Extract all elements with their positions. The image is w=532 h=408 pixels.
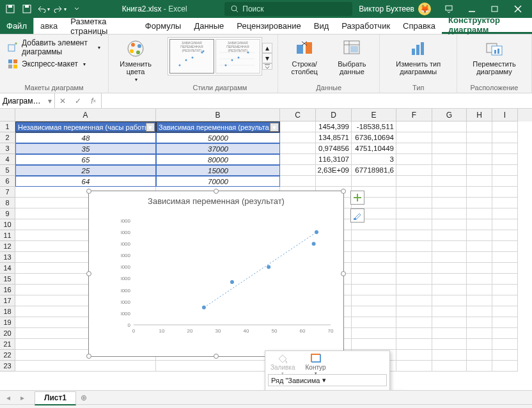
cell-C1[interactable]: [280, 122, 316, 132]
name-box-input[interactable]: [3, 97, 41, 106]
tab-help[interactable]: Справка: [396, 18, 442, 34]
cell-H13[interactable]: [467, 252, 492, 263]
chart-plot-area[interactable]: 0100002000030000400005000060000700008000…: [121, 214, 337, 338]
col-header-F[interactable]: F: [396, 109, 432, 122]
formula-bar[interactable]: [102, 93, 532, 108]
tab-partial[interactable]: авка: [33, 18, 64, 34]
cell-G10[interactable]: [432, 219, 467, 230]
insert-function[interactable]: fx: [86, 93, 101, 108]
cell-G1[interactable]: [432, 122, 467, 132]
cell-F14[interactable]: [396, 263, 432, 274]
cell-H1[interactable]: [467, 122, 492, 132]
cell-F22[interactable]: [396, 350, 432, 361]
cell-H7[interactable]: [467, 187, 492, 198]
cell-I8[interactable]: [492, 198, 518, 208]
cell-F1[interactable]: [396, 122, 432, 132]
cell-B5[interactable]: 15000: [156, 165, 280, 176]
col-header-D[interactable]: D: [316, 109, 352, 122]
cell-G4[interactable]: [432, 154, 467, 165]
cell-G8[interactable]: [432, 198, 467, 208]
cell-D5[interactable]: 2,63E+09: [316, 165, 352, 176]
cell-H14[interactable]: [467, 263, 492, 274]
cell-G12[interactable]: [432, 241, 467, 252]
cell-E19[interactable]: [352, 317, 396, 328]
cell-I16[interactable]: [492, 285, 518, 295]
tab-page-layout[interactable]: Разметка страницы: [64, 18, 138, 34]
cell-E12[interactable]: [352, 241, 396, 252]
cell-H4[interactable]: [467, 154, 492, 165]
formula-cancel[interactable]: ✕: [55, 93, 70, 108]
add-chart-element-button[interactable]: Добавить элемент диаграммы: [5, 37, 103, 58]
cell-I21[interactable]: [492, 339, 518, 350]
cell-G6[interactable]: [432, 176, 467, 187]
cell-H15[interactable]: [467, 274, 492, 285]
cell-F5[interactable]: [396, 165, 432, 176]
user-account[interactable]: Виктор Бухтеев 🦊: [359, 3, 431, 15]
cell-D3[interactable]: 0,974856: [316, 143, 352, 154]
cell-G11[interactable]: [432, 230, 467, 241]
col-header-E[interactable]: E: [352, 109, 396, 122]
cell-H20[interactable]: [467, 328, 492, 339]
col-header-C[interactable]: C: [280, 109, 316, 122]
cell-G22[interactable]: [432, 350, 467, 361]
col-header-G[interactable]: G: [432, 109, 467, 122]
cell-F9[interactable]: [396, 208, 432, 219]
quick-layout-button[interactable]: Экспресс-макет: [5, 58, 103, 70]
cell-G20[interactable]: [432, 328, 467, 339]
cell-A3[interactable]: 35: [15, 143, 156, 154]
cell-I1[interactable]: [492, 122, 518, 132]
cell-I17[interactable]: [492, 295, 518, 306]
row-header-23[interactable]: 23: [0, 361, 15, 372]
cell-G23[interactable]: [432, 361, 467, 372]
cell-G21[interactable]: [432, 339, 467, 350]
cell-G3[interactable]: [432, 143, 467, 154]
cell-I23[interactable]: [492, 361, 518, 372]
search-box[interactable]: Поиск: [224, 2, 352, 16]
cell-E20[interactable]: [352, 328, 396, 339]
cell-G15[interactable]: [432, 274, 467, 285]
tab-view[interactable]: Вид: [308, 18, 336, 34]
cell-I19[interactable]: [492, 317, 518, 328]
view-page-break[interactable]: [417, 406, 430, 409]
tab-formulas[interactable]: Формулы: [139, 18, 188, 34]
tab-review[interactable]: Рецензирование: [230, 18, 307, 34]
view-normal[interactable]: [389, 406, 402, 409]
cell-D6[interactable]: [316, 176, 352, 187]
cell-E18[interactable]: [352, 306, 396, 317]
row-header-14[interactable]: 14: [0, 263, 15, 274]
cell-A6[interactable]: 64: [15, 176, 156, 187]
chart-style-1[interactable]: ЗАВИСИМАЯ ПЕРЕМЕННАЯ (РЕЗУЛЬТАТ): [169, 39, 214, 74]
cell-B23[interactable]: [156, 361, 280, 372]
move-chart-button[interactable]: Переместить диаграмму: [462, 37, 526, 77]
cell-I5[interactable]: [492, 165, 518, 176]
cell-F19[interactable]: [396, 317, 432, 328]
cell-I22[interactable]: [492, 350, 518, 361]
sheet-tab-1[interactable]: Лист1: [35, 391, 76, 405]
change-colors-button[interactable]: Изменить цвета: [114, 37, 157, 84]
cell-E15[interactable]: [352, 274, 396, 285]
cell-C4[interactable]: [280, 154, 316, 165]
row-header-7[interactable]: 7: [0, 187, 15, 198]
cell-B3[interactable]: 37000: [156, 143, 280, 154]
cell-I18[interactable]: [492, 306, 518, 317]
cell-F15[interactable]: [396, 274, 432, 285]
cell-C3[interactable]: [280, 143, 316, 154]
cell-A1[interactable]: Независимая переменная (часы работы▾: [15, 122, 156, 132]
cell-E21[interactable]: [352, 339, 396, 350]
style-scroll-down[interactable]: ▾: [262, 53, 272, 63]
cell-H17[interactable]: [467, 295, 492, 306]
row-header-4[interactable]: 4: [0, 154, 15, 165]
cell-H10[interactable]: [467, 219, 492, 230]
row-header-2[interactable]: 2: [0, 132, 15, 143]
cell-I7[interactable]: [492, 187, 518, 198]
cell-D1[interactable]: 1454,399: [316, 122, 352, 132]
cell-E5[interactable]: 67718981,6: [352, 165, 396, 176]
cell-I12[interactable]: [492, 241, 518, 252]
row-header-1[interactable]: 1: [0, 122, 15, 132]
cell-E17[interactable]: [352, 295, 396, 306]
cell-F13[interactable]: [396, 252, 432, 263]
cell-H3[interactable]: [467, 143, 492, 154]
col-header-A[interactable]: A: [15, 109, 156, 122]
row-header-20[interactable]: 20: [0, 328, 15, 339]
cell-I15[interactable]: [492, 274, 518, 285]
